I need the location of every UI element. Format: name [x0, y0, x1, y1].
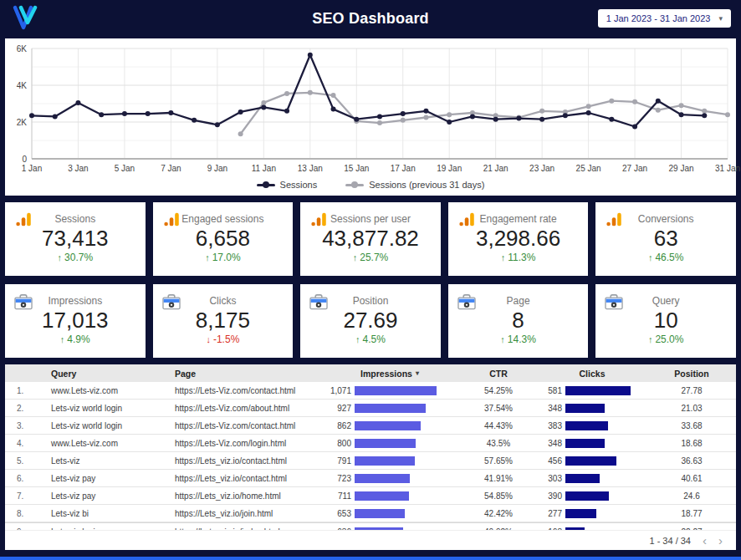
- scorecard-value: 10: [654, 308, 678, 333]
- svg-text:4K: 4K: [17, 81, 28, 90]
- cell-page: https://Lets-Viz.com/contact.html: [162, 421, 319, 430]
- clicks-bar: [565, 386, 631, 395]
- svg-text:19 Jan: 19 Jan: [437, 164, 462, 173]
- scorecard-engagement-rate: Engagement rate 3,298.66 ↑ 11.3%: [448, 202, 589, 276]
- scorecard-delta: ↓ -1.5%: [206, 333, 239, 345]
- scorecard-delta: ↑ 30.7%: [58, 252, 94, 263]
- svg-text:17 Jan: 17 Jan: [391, 164, 416, 173]
- cell-ctr: 43.5%: [460, 439, 537, 448]
- cell-clicks: 348: [537, 439, 647, 448]
- header-impressions-label: Impressions: [360, 369, 412, 379]
- cell-position: 18.77: [647, 509, 736, 518]
- header-ctr[interactable]: CTR: [460, 369, 537, 379]
- cell-impressions: 1,071: [319, 386, 460, 395]
- table-row: 5. Lets-viz https://Lets_viz.io/contact.…: [5, 452, 736, 470]
- clicks-bar: [565, 491, 609, 501]
- cell-page: https://Lets_viz.io/contact.html: [162, 456, 319, 466]
- scorecard-row-analytics: Sessions 73,413 ↑ 30.7% Engaged sessions…: [0, 202, 741, 276]
- header-page[interactable]: Page: [162, 369, 319, 379]
- svg-text:25 Jan: 25 Jan: [576, 164, 601, 173]
- scorecard-label: Conversions: [638, 213, 694, 225]
- pagination-bar: 1 - 34 / 34 ‹ ›: [5, 530, 736, 550]
- scorecard-value: 63: [654, 227, 678, 251]
- cell-clicks: 390: [537, 491, 647, 501]
- scorecard-delta: ↑ 25.0%: [648, 333, 684, 345]
- cell-page: https://Lets-Viz.com/login.html: [162, 439, 319, 448]
- cell-query: Lets-viz world login: [38, 421, 162, 430]
- cell-clicks: 168: [537, 527, 647, 531]
- svg-text:27 Jan: 27 Jan: [622, 164, 647, 173]
- legend-label: Sessions: [280, 180, 318, 190]
- cell-impressions: 862: [319, 421, 460, 430]
- next-page-icon[interactable]: ›: [718, 534, 723, 547]
- impressions-bar: [355, 527, 403, 531]
- arrow-up-icon: ↑: [648, 252, 653, 262]
- cell-query: Lets-viz world login: [38, 404, 162, 413]
- scorecard-value: 27.69: [343, 308, 397, 333]
- cell-query: www.Lets-viz.com: [38, 439, 162, 448]
- scorecard-label: Query: [652, 295, 680, 307]
- arrow-up-icon: ↑: [58, 252, 63, 262]
- table-row: 8. Lets-viz bi https://Lets_viz.io/join.…: [5, 505, 736, 522]
- svg-text:29 Jan: 29 Jan: [669, 164, 694, 173]
- arrow-down-icon: ↓: [206, 334, 211, 344]
- cell-position: 21.03: [647, 404, 736, 413]
- search-console-icon: [309, 293, 329, 310]
- scorecard-delta: ↑ 25.7%: [353, 252, 389, 263]
- impressions-bar: [355, 474, 410, 483]
- scorecard-delta: ↑ 4.5%: [355, 333, 386, 345]
- svg-text:23 Jan: 23 Jan: [529, 164, 554, 173]
- cell-position: 24.6: [647, 491, 736, 501]
- scorecard-delta: ↑ 14.3%: [500, 333, 536, 345]
- arrow-up-icon: ↑: [501, 252, 506, 262]
- prev-page-icon[interactable]: ‹: [703, 534, 707, 547]
- clicks-bar: [565, 421, 608, 430]
- scorecard-value: 73,413: [42, 227, 109, 251]
- cell-position: 40.61: [647, 474, 736, 483]
- cell-ctr: 44.43%: [460, 421, 537, 430]
- date-range-selector[interactable]: 1 Jan 2023 - 31 Jan 2023 ▾: [598, 9, 731, 28]
- search-console-icon: [161, 293, 181, 310]
- sessions-line-chart: 02K4K6K1 Jan3 Jan5 Jan7 Jan9 Jan11 Jan13…: [7, 42, 736, 176]
- sessions-series-marker-icon: [257, 184, 275, 186]
- cell-position: 27.78: [647, 386, 736, 395]
- cell-clicks: 277: [537, 509, 647, 518]
- row-index: 8.: [5, 509, 38, 518]
- scorecard-query: Query 10 ↑ 25.0%: [595, 284, 736, 358]
- header-impressions[interactable]: Impressions ▾: [319, 369, 460, 379]
- legend-item-sessions-previous[interactable]: Sessions (previous 31 days): [345, 180, 484, 190]
- scorecard-value: 3,298.66: [476, 227, 560, 251]
- table-body: 1. www.Lets-viz.com https://Lets-Viz.com…: [5, 382, 736, 522]
- table-row-clipped: 9. Lets-viz login https://Lets_viz.io/in…: [5, 522, 736, 530]
- analytics-icon: [457, 211, 478, 229]
- scorecard-value: 8,175: [196, 308, 250, 333]
- cell-ctr: 57.65%: [460, 456, 537, 466]
- chevron-down-icon: ▾: [718, 14, 723, 23]
- search-console-icon: [604, 293, 624, 310]
- cell-position: 36.63: [647, 456, 736, 466]
- arrow-up-icon: ↑: [355, 334, 360, 344]
- cell-query: Lets-viz: [38, 456, 162, 466]
- scorecard-label: Engaged sessions: [181, 213, 263, 225]
- arrow-up-icon: ↑: [205, 252, 210, 262]
- impressions-bar: [355, 491, 409, 501]
- clicks-bar: [565, 404, 605, 413]
- clicks-bar: [565, 527, 585, 531]
- cell-ctr: 40.92%: [460, 527, 537, 531]
- legend-label: Sessions (previous 31 days): [369, 180, 484, 190]
- sort-desc-icon: ▾: [416, 369, 419, 377]
- header-position[interactable]: Position: [647, 369, 736, 379]
- clicks-bar: [565, 474, 600, 483]
- svg-text:1 Jan: 1 Jan: [22, 164, 42, 173]
- scorecard-sessions-per-user: Sessions per user 43,877.82 ↑ 25.7%: [300, 202, 441, 276]
- arrow-up-icon: ↑: [648, 334, 653, 344]
- cell-position: 18.68: [647, 439, 736, 448]
- row-index: 7.: [5, 491, 38, 501]
- legend-item-sessions[interactable]: Sessions: [257, 180, 318, 190]
- header-clicks[interactable]: Clicks: [537, 369, 647, 379]
- search-console-icon: [457, 293, 477, 310]
- cell-query: Lets-viz bi: [38, 509, 162, 518]
- header-query[interactable]: Query: [38, 369, 162, 379]
- sessions-timeseries-panel: 02K4K6K1 Jan3 Jan5 Jan7 Jan9 Jan11 Jan13…: [5, 38, 736, 196]
- scorecard-delta: ↑ 11.3%: [501, 252, 536, 263]
